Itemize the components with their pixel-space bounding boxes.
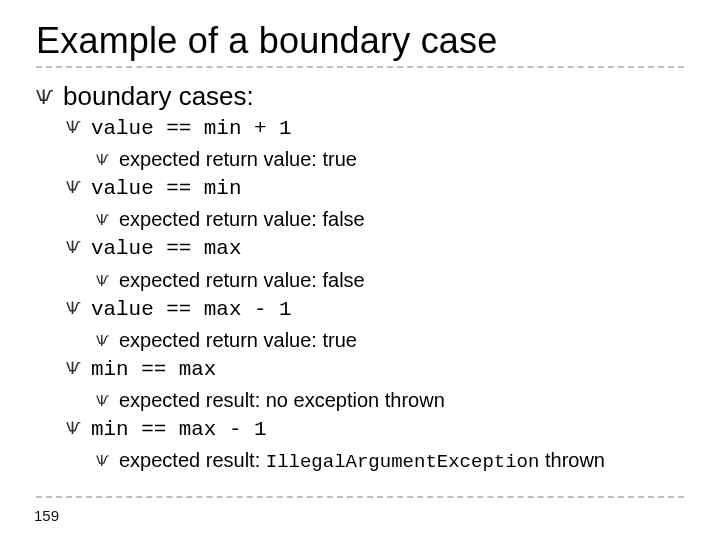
content-area: Ѱ boundary cases: Ѱvalue == min + 1Ѱexpe… [36, 68, 684, 477]
condition-row: Ѱvalue == max [66, 234, 684, 264]
list-item: Ѱvalue == min + 1 [36, 114, 684, 144]
bullet-icon: Ѱ [66, 236, 81, 260]
list-item: Ѱexpected return value: false [36, 265, 684, 295]
condition-row: Ѱvalue == min [66, 174, 684, 204]
heading-text: boundary cases: [63, 80, 254, 114]
expected-row: Ѱexpected return value: true [96, 325, 684, 355]
bullet-icon: Ѱ [96, 270, 109, 293]
slide-title: Example of a boundary case [36, 22, 684, 60]
cases-list: Ѱvalue == min + 1Ѱexpected return value:… [36, 114, 684, 477]
list-item: Ѱvalue == max - 1 [36, 295, 684, 325]
condition-row: Ѱvalue == min + 1 [66, 114, 684, 144]
condition-text: value == max [91, 234, 241, 264]
list-item: Ѱexpected result: IllegalArgumentExcepti… [36, 445, 684, 477]
expected-row: Ѱexpected result: IllegalArgumentExcepti… [96, 445, 684, 477]
expected-row: Ѱexpected return value: false [96, 265, 684, 295]
list-item: Ѱexpected return value: false [36, 204, 684, 234]
bullet-icon: Ѱ [66, 116, 81, 140]
expected-text: expected return value: false [119, 204, 365, 234]
list-item: Ѱvalue == min [36, 174, 684, 204]
list-item: Ѱ boundary cases: [36, 80, 684, 114]
list-item: Ѱmin == max - 1 [36, 415, 684, 445]
bullet-icon: Ѱ [66, 297, 81, 321]
bullet-icon: Ѱ [96, 149, 109, 172]
expected-row: Ѱexpected result: no exception thrown [96, 385, 684, 415]
condition-row: Ѱmin == max [66, 355, 684, 385]
condition-row: Ѱvalue == max - 1 [66, 295, 684, 325]
list-item: Ѱexpected return value: true [36, 325, 684, 355]
condition-row: Ѱmin == max - 1 [66, 415, 684, 445]
list-item: Ѱvalue == max [36, 234, 684, 264]
bullet-icon: Ѱ [36, 85, 53, 110]
bullet-icon: Ѱ [96, 209, 109, 232]
list-item: Ѱexpected result: no exception thrown [36, 385, 684, 415]
expected-row: Ѱexpected return value: false [96, 204, 684, 234]
expected-text: expected return value: true [119, 325, 357, 355]
list-item: Ѱmin == max [36, 355, 684, 385]
bullet-icon: Ѱ [96, 390, 109, 413]
expected-row: Ѱexpected return value: true [96, 144, 684, 174]
list-item: Ѱexpected return value: true [36, 144, 684, 174]
page-number: 159 [34, 507, 59, 524]
bullet-icon: Ѱ [96, 330, 109, 353]
bullet-icon: Ѱ [96, 450, 109, 473]
condition-text: value == max - 1 [91, 295, 292, 325]
condition-text: value == min [91, 174, 241, 204]
bullet-icon: Ѱ [66, 417, 81, 441]
bullet-icon: Ѱ [66, 176, 81, 200]
expected-text: expected result: IllegalArgumentExceptio… [119, 445, 605, 477]
expected-text: expected return value: false [119, 265, 365, 295]
bullet-icon: Ѱ [66, 357, 81, 381]
expected-text: expected result: no exception thrown [119, 385, 445, 415]
slide: Example of a boundary case Ѱ boundary ca… [0, 0, 720, 540]
bottom-divider [36, 496, 684, 498]
list-level-1: Ѱ boundary cases: [36, 80, 684, 114]
condition-text: value == min + 1 [91, 114, 292, 144]
condition-text: min == max [91, 355, 216, 385]
condition-text: min == max - 1 [91, 415, 267, 445]
expected-text: expected return value: true [119, 144, 357, 174]
